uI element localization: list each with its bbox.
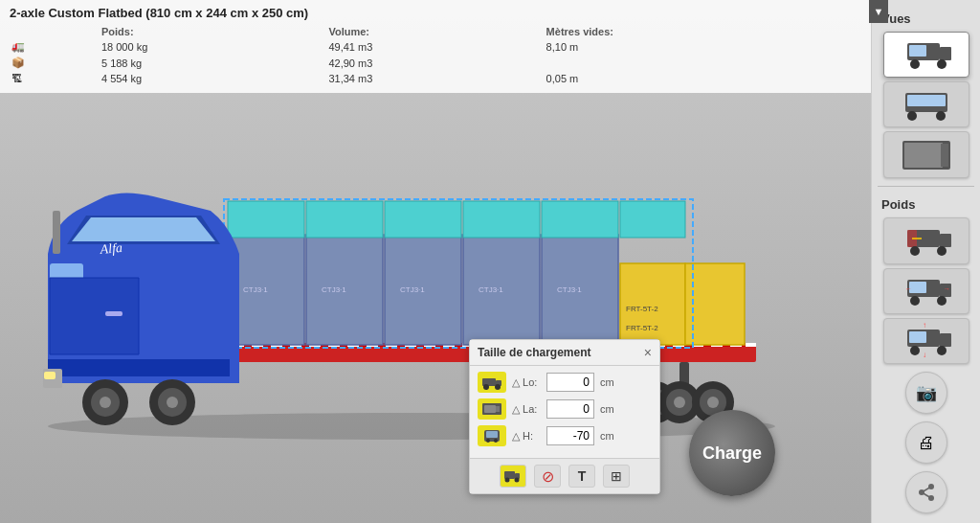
svg-line-137 (922, 487, 931, 492)
svg-rect-93 (496, 406, 500, 412)
text-icon: T (578, 468, 587, 484)
truck-scene: CTJ3·1 CTJ3·1 CTJ3·1 CTJ3·1 CTJ3·1 FRT-5… (10, 86, 794, 450)
svg-point-118 (937, 246, 947, 256)
table-row: 🚛 18 000 kg 49,41 m3 8,10 m (11, 39, 859, 54)
svg-point-97 (494, 439, 498, 443)
footer-table-icon-btn[interactable]: ⊞ (603, 465, 630, 488)
svg-point-89 (483, 384, 489, 390)
dialog-close-button[interactable]: × (644, 346, 652, 359)
svg-text:CTJ3·1: CTJ3·1 (400, 285, 425, 294)
svg-text:↑: ↑ (923, 322, 926, 330)
col-volume: Volume: (328, 26, 544, 37)
poids-front-button[interactable] (883, 217, 969, 263)
dialog-row-lo: △ Lo: cm (478, 372, 652, 393)
no-sign-icon: ⊘ (542, 467, 554, 486)
svg-point-117 (910, 246, 920, 256)
svg-rect-98 (504, 471, 515, 479)
svg-rect-115 (940, 234, 951, 247)
svg-text:CTJ3·1: CTJ3·1 (322, 285, 346, 294)
svg-rect-64 (620, 201, 685, 238)
svg-text:←: ← (905, 285, 912, 292)
svg-rect-104 (909, 45, 926, 57)
share-button[interactable] (905, 471, 947, 513)
dialog-title: Taille de chargement (478, 346, 590, 359)
dialog-taille-chargement: Taille de chargement × △ Lo: cm (469, 339, 660, 494)
svg-point-48 (674, 397, 685, 408)
truck-top-icon (478, 398, 506, 420)
svg-rect-86 (44, 372, 56, 379)
lo-input[interactable] (546, 373, 594, 392)
table-row: 🏗 4 554 kg 31,34 m3 0,05 m (11, 72, 859, 85)
camera-button[interactable]: 📷 (905, 372, 947, 414)
print-icon: 🖨 (918, 433, 935, 453)
svg-rect-61 (385, 201, 461, 238)
row1-metres: 8,10 m (546, 39, 859, 54)
svg-text:CTJ3·1: CTJ3·1 (557, 285, 582, 294)
row1-poids: 18 000 kg (101, 39, 326, 54)
lo-unit: cm (600, 376, 614, 388)
svg-point-51 (707, 397, 719, 408)
footer-t-icon-btn[interactable]: T (568, 465, 595, 488)
col-metres: Mètres vides: (546, 26, 859, 37)
svg-line-138 (922, 492, 931, 498)
svg-rect-92 (484, 405, 496, 413)
col-poids: Poids: (101, 26, 326, 37)
svg-text:Alfa: Alfa (99, 240, 123, 257)
footer-truck-yellow-btn[interactable] (500, 465, 526, 488)
share-icon (917, 483, 936, 502)
right-sidebar: Vues Poids (871, 0, 980, 523)
camera-icon: 📷 (916, 382, 937, 403)
svg-point-80 (100, 397, 111, 408)
svg-point-123 (910, 296, 920, 306)
vehicle-title: 2-axle Custom Flatbed (810 cm x 244 cm x… (10, 6, 308, 20)
truck-side-icon (478, 372, 506, 393)
svg-rect-129 (909, 331, 926, 343)
la-unit: cm (600, 403, 614, 415)
row3-metres: 0,05 m (546, 72, 859, 85)
svg-rect-108 (907, 95, 946, 106)
poids-bottom-button[interactable]: ↓ ↑ (883, 318, 969, 364)
svg-rect-85 (53, 211, 60, 254)
svg-text:FRT-5T-2: FRT-5T-2 (626, 324, 658, 332)
grid-icon: ⊞ (611, 468, 622, 484)
svg-rect-75 (105, 311, 122, 316)
h-label: △ H: (512, 430, 541, 443)
la-input[interactable] (546, 399, 594, 419)
header-dropdown-button[interactable]: ▼ (869, 0, 888, 23)
svg-text:↓: ↓ (923, 351, 926, 359)
svg-rect-112 (904, 143, 943, 168)
sidebar-divider (878, 186, 975, 187)
svg-point-100 (505, 478, 510, 483)
row2-volume: 42,90 m3 (328, 56, 544, 70)
print-button[interactable]: 🖨 (905, 421, 947, 464)
svg-rect-63 (542, 201, 618, 238)
poids-side-button[interactable]: ← → (883, 268, 969, 314)
charge-button[interactable]: Charge (689, 410, 775, 496)
svg-point-131 (937, 346, 947, 355)
vues-side-button[interactable] (883, 32, 969, 78)
svg-point-109 (907, 111, 917, 121)
svg-point-105 (910, 59, 920, 69)
table-row: 📦 5 188 kg 42,90 m3 (11, 56, 859, 70)
svg-rect-113 (941, 144, 948, 167)
poids-title: Poids (881, 197, 915, 212)
row3-poids: 4 554 kg (101, 72, 326, 85)
vues-top-button[interactable] (883, 131, 969, 177)
svg-text:→: → (944, 285, 950, 292)
row2-metres (546, 56, 859, 70)
svg-rect-103 (940, 47, 951, 60)
truck-svg: CTJ3·1 CTJ3·1 CTJ3·1 CTJ3·1 CTJ3·1 FRT-5… (10, 86, 794, 450)
row1-volume: 49,41 m3 (328, 39, 544, 54)
svg-point-90 (495, 384, 501, 390)
h-input[interactable] (546, 426, 594, 445)
footer-no-icon-btn[interactable]: ⊘ (534, 465, 561, 488)
pallet-icon: 🏗 (11, 73, 22, 84)
vues-rear-button[interactable] (883, 81, 969, 127)
svg-rect-62 (463, 201, 540, 238)
main-area: 2-axle Custom Flatbed (810 cm x 244 cm x… (0, 0, 871, 523)
svg-text:FRT-5T-2: FRT-5T-2 (626, 305, 658, 313)
svg-point-101 (515, 478, 520, 483)
h-unit: cm (600, 430, 614, 442)
svg-rect-58 (685, 263, 745, 345)
lo-label: △ Lo: (512, 376, 541, 389)
